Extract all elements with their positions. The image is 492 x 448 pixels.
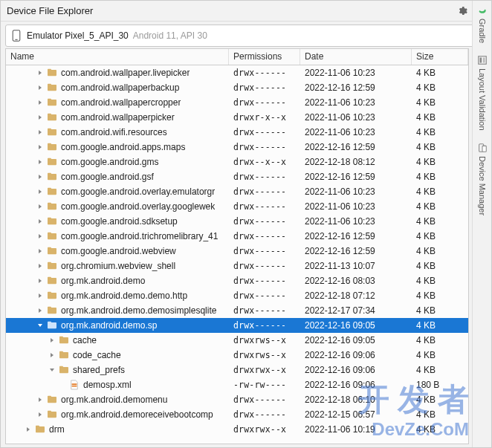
- chevron-right-icon[interactable]: [36, 306, 45, 315]
- file-name: org.mk.android.demo: [61, 276, 145, 286]
- chevron-right-icon[interactable]: [36, 187, 45, 196]
- table-row[interactable]: org.chromium.webview_shelldrwx------2022…: [6, 259, 468, 273]
- table-row[interactable]: com.google.android.webviewdrwx------2022…: [6, 244, 468, 259]
- file-name: com.google.android.trichromelibrary_41: [61, 231, 218, 241]
- file-name: code_cache: [73, 350, 121, 360]
- device-label: Emulator Pixel_5_API_30: [27, 30, 129, 41]
- table-row[interactable]: com.android.wallpapercropperdrwx------20…: [6, 95, 468, 110]
- chevron-right-icon[interactable]: [36, 143, 45, 152]
- table-row[interactable]: com.google.android.apps.mapsdrwx------20…: [6, 140, 468, 155]
- size: 4 KB: [412, 335, 468, 345]
- folder-icon: [34, 424, 46, 435]
- date: 2022-12-17 07:34: [300, 305, 412, 316]
- file-name: com.android.wallpapercropper: [61, 97, 181, 108]
- device-selector[interactable]: Emulator Pixel_5_API_30 Android 11, API …: [5, 25, 487, 47]
- panel-title: Device File Explorer: [7, 5, 457, 16]
- chevron-right-icon[interactable]: [36, 232, 45, 241]
- chevron-right-icon[interactable]: [36, 247, 45, 256]
- table-row[interactable]: drmdrwxrwx--x2022-11-06 10:194 KB: [6, 422, 468, 437]
- tab-device-manager[interactable]: Device Manager: [477, 143, 488, 215]
- col-permissions[interactable]: Permissions: [229, 49, 300, 65]
- chevron-right-icon[interactable]: [36, 68, 45, 77]
- table-row[interactable]: com.android.wifi.resourcesdrwx------2022…: [6, 125, 468, 140]
- size: 4 KB: [412, 157, 468, 167]
- folder-icon: [46, 201, 58, 212]
- tab-layout-validation[interactable]: Layout Validation: [477, 55, 488, 131]
- col-date[interactable]: Date: [300, 49, 412, 65]
- folder-icon: [58, 365, 70, 375]
- date: 2022-11-06 10:23: [300, 127, 412, 137]
- size: 4 KB: [412, 320, 468, 331]
- permissions: drwxrws--x: [229, 350, 300, 360]
- date: 2022-11-06 10:23: [300, 186, 412, 197]
- table-row[interactable]: com.google.android.overlay.googlewekdrwx…: [6, 199, 468, 214]
- file-name: com.android.wallpaper.livepicker: [61, 68, 190, 78]
- table-row[interactable]: org.mk.android.demoreceivebootcompdrwx--…: [6, 407, 468, 422]
- gradle-icon: [477, 5, 488, 16]
- table-row[interactable]: org.mk.android.demodrwx------2022-12-16 …: [6, 273, 468, 288]
- date: 2022-12-16 12:59: [300, 246, 412, 256]
- table-row[interactable]: com.google.android.sdksetupdrwx------202…: [6, 214, 468, 229]
- table-row[interactable]: com.android.wallpaperpickerdrwxr-x--x202…: [6, 110, 468, 125]
- chevron-down-icon[interactable]: [48, 366, 56, 374]
- permissions: drwx------: [229, 395, 300, 405]
- table-row[interactable]: com.android.wallpaper.livepickerdrwx----…: [6, 65, 468, 80]
- file-name: com.google.android.gsf: [61, 172, 154, 182]
- table-row[interactable]: demosp.xml-rw-rw----2022-12-16 09:06180 …: [6, 377, 468, 392]
- table-row[interactable]: org.mk.android.demo.spdrwx------2022-12-…: [6, 318, 468, 333]
- folder-icon: [46, 246, 58, 256]
- folder-icon: [46, 127, 58, 137]
- chevron-right-icon[interactable]: [36, 262, 45, 270]
- svg-rect-7: [482, 146, 486, 152]
- table-row[interactable]: org.mk.android.demomenudrwx------2022-12…: [6, 392, 468, 407]
- folder-icon: [46, 112, 58, 123]
- date: 2022-12-16 12:59: [300, 82, 412, 93]
- size: 4 KB: [412, 112, 468, 123]
- table-row[interactable]: com.google.android.gmsdrwx--x--x2022-12-…: [6, 155, 468, 169]
- file-name: com.google.android.webview: [61, 246, 176, 256]
- size: 180 B: [412, 380, 468, 390]
- chevron-right-icon[interactable]: [36, 113, 45, 122]
- file-name: cache: [73, 335, 97, 345]
- chevron-right-icon[interactable]: [36, 291, 45, 300]
- table-row[interactable]: org.mk.android.demo.demo.httpdrwx------2…: [6, 288, 468, 303]
- table-row[interactable]: com.google.android.gsfdrwx------2022-12-…: [6, 169, 468, 184]
- file-icon: [70, 380, 80, 390]
- permissions: drwx------: [229, 186, 300, 197]
- chevron-right-icon[interactable]: [36, 217, 45, 226]
- date: 2022-11-13 10:07: [300, 261, 412, 271]
- chevron-right-icon[interactable]: [48, 336, 56, 345]
- gear-icon[interactable]: [457, 6, 467, 16]
- chevron-right-icon[interactable]: [36, 172, 45, 181]
- chevron-right-icon[interactable]: [24, 425, 33, 434]
- chevron-right-icon[interactable]: [36, 276, 45, 285]
- file-name: org.mk.android.demomenu: [61, 395, 167, 405]
- table-row[interactable]: com.google.android.overlay.emulatorgrdrw…: [6, 184, 468, 199]
- size: 4 KB: [412, 201, 468, 212]
- chevron-right-icon[interactable]: [36, 395, 45, 404]
- table-row[interactable]: com.google.android.trichromelibrary_41dr…: [6, 229, 468, 244]
- table-row[interactable]: cachedrwxrws--x2022-12-16 09:054 KB: [6, 333, 468, 348]
- col-name[interactable]: Name: [6, 49, 229, 65]
- folder-icon: [46, 82, 58, 93]
- permissions: drwxrws--x: [229, 335, 300, 345]
- folder-icon: [46, 305, 58, 316]
- chevron-right-icon[interactable]: [36, 98, 45, 107]
- table-row[interactable]: org.mk.android.demo.demosimplesqlitedrwx…: [6, 303, 468, 318]
- chevron-right-icon[interactable]: [36, 128, 45, 137]
- chevron-right-icon[interactable]: [48, 351, 56, 360]
- date: 2022-12-18 06:10: [300, 395, 412, 405]
- table-row[interactable]: com.android.wallpaperbackupdrwx------202…: [6, 80, 468, 95]
- tab-gradle[interactable]: Gradle: [477, 5, 488, 43]
- col-size[interactable]: Size: [412, 49, 468, 65]
- table-row[interactable]: code_cachedrwxrws--x2022-12-16 09:064 KB: [6, 348, 468, 363]
- chevron-right-icon[interactable]: [36, 202, 45, 211]
- folder-icon: [46, 97, 58, 108]
- date: 2022-11-06 10:23: [300, 68, 412, 78]
- chevron-right-icon[interactable]: [36, 158, 45, 166]
- table-row[interactable]: shared_prefsdrwxrwx--x2022-12-16 09:064 …: [6, 363, 468, 377]
- chevron-right-icon[interactable]: [36, 410, 45, 419]
- chevron-down-icon[interactable]: [36, 321, 45, 330]
- chevron-right-icon[interactable]: [36, 83, 45, 92]
- folder-icon: [46, 320, 58, 331]
